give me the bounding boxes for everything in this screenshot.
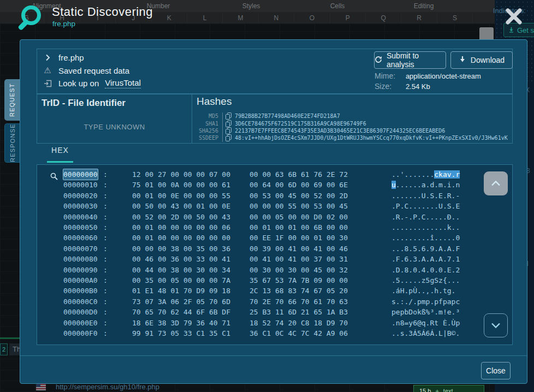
excel-ribbon-group-label: Cells [330, 2, 345, 10]
trid-panel: TrID - File Identifier TYPE UNKNOWN [37, 94, 192, 143]
hex-ascii: .n8=y6@q.Rt È.Ùp [391, 318, 460, 328]
copy-icon[interactable] [226, 134, 232, 141]
hex-row[interactable]: 00000080: 00 46 00 36 00 33 00 41 00 41 … [37, 254, 512, 264]
hex-row[interactable]: 000000B0: 01 E1 48 01 70 D9 09 18 2C 13 … [37, 286, 512, 296]
virustotal-link[interactable]: VirusTotal [105, 78, 141, 88]
hex-ascii: .............k.. [391, 222, 460, 233]
hex-row[interactable]: 00000020: 00 01 00 0E 00 00 00 55 00 53 … [37, 191, 512, 201]
excel-column-letter: O [294, 12, 330, 23]
hex-bytes-group2: 00 64 00 6D 00 69 00 6E [250, 180, 348, 190]
hex-ascii: ...8.5.6.9.A.A.F [391, 243, 460, 254]
hex-row[interactable]: 000000A0: 00 35 00 05 00 00 00 7A 35 67 … [37, 275, 512, 286]
hex-bytes-group1: 00 46 00 36 00 33 00 41 [132, 254, 231, 264]
hex-bytes-group1: 00 50 00 43 00 01 00 0E [132, 201, 231, 211]
static-discovering-dialog: fre.php ⚠ Saved request data Look up on … [20, 39, 527, 384]
hex-ascii: pepbDokß%³.m!e.³ [391, 307, 460, 317]
hex-offset: 000000D0: [63, 307, 111, 317]
hash-row: SSDEEP 48:vI++hhAbjDsOZE4cSXm7JJD0/UXg1D… [192, 134, 512, 141]
hex-row[interactable]: 00000050: 00 01 00 00 00 00 00 06 00 01 … [37, 222, 512, 233]
tab-response[interactable]: RESPONSE [4, 123, 20, 163]
hex-bytes-group1: 00 00 00 38 00 35 00 36 [132, 243, 231, 254]
hex-viewer-panel: 00000000: 12 00 27 00 00 00 07 00 00 00 … [37, 164, 513, 345]
hash-value: 3D6CE784675F672519C175B316A9CA98E96749F6 [235, 121, 366, 127]
hex-row[interactable]: 00000070: 00 00 00 38 00 35 00 36 00 39 … [37, 243, 512, 254]
hex-row[interactable]: 00000030: 00 50 00 43 00 01 00 0E 00 00 … [37, 201, 512, 211]
hex-row[interactable]: 000000E0: 18 6E 38 3D 79 36 40 71 18 52 … [37, 318, 512, 328]
plus-icon: + [435, 388, 438, 392]
hash-algorithm-label: SSDEEP [192, 135, 218, 141]
copy-icon[interactable] [226, 112, 232, 120]
hash-row: MD5 79B2B8B27B77498AD460E2E74FD218A7 [192, 112, 512, 120]
saved-request-row: ⚠ Saved request data [43, 66, 129, 75]
close-button[interactable]: Close [481, 362, 511, 379]
size-value: 2.54 Kb [406, 82, 430, 91]
hash-algorithm-label: SHA1 [192, 121, 218, 127]
hex-ascii: .......U.S.E.R.- [391, 191, 460, 201]
hex-bytes-group1: 00 01 00 00 00 00 00 06 [132, 222, 231, 233]
ascii-selection: u [391, 181, 396, 189]
hex-offset: 00000080: [63, 254, 111, 264]
hex-row[interactable]: 00000000: 12 00 27 00 00 00 07 00 00 00 … [37, 169, 512, 180]
hex-offset: 00000030: [63, 201, 111, 211]
hex-bytes-group1: 00 52 00 2D 00 50 00 43 [132, 212, 231, 222]
hex-row[interactable]: 00000010: 75 01 00 0A 00 00 00 61 00 64 … [37, 180, 512, 190]
hex-row[interactable]: 00000060: 00 01 00 00 00 00 00 00 00 EE … [37, 233, 512, 243]
hex-bytes-group1: 00 01 00 0E 00 00 00 55 [132, 191, 231, 201]
hex-bytes-group1: 12 00 27 00 00 00 07 00 [132, 169, 231, 180]
hex-bytes-group2: 2C 13 68 83 74 67 05 20 [250, 286, 348, 296]
download-icon [459, 56, 466, 65]
hash-divider [222, 134, 223, 141]
hex-ascii: .........î.....0 [391, 233, 460, 243]
tab-request[interactable]: REQUEST [4, 79, 20, 121]
hex-row[interactable]: 000000D0: 70 65 70 62 44 6F 6B DF 25 B3 … [37, 307, 512, 317]
hex-bytes-group2: 18 52 74 20 C8 18 D9 70 [250, 318, 348, 328]
download-icon [508, 26, 514, 34]
excel-ribbon-group-label: Styles [242, 2, 260, 10]
hash-value: 48:vI++hhAbjDsOZE4cSXm7JJD0/UXg1DtWRUJ3h… [235, 135, 508, 141]
hex-offset: 000000F0: [63, 328, 111, 338]
close-icon[interactable] [503, 6, 524, 27]
hex-ascii: .R.-.P.C.....Ð.. [391, 212, 460, 222]
copy-icon[interactable] [226, 120, 232, 127]
file-name-row[interactable]: fre.php [43, 53, 84, 62]
file-info-panel: fre.php ⚠ Saved request data Look up on … [37, 49, 513, 94]
hex-ascii: ..'.......ckav.r [391, 169, 460, 180]
http-content-type: text [443, 388, 453, 392]
download-button[interactable]: Download [450, 51, 513, 69]
hex-row[interactable]: 00000040: 00 52 00 2D 00 50 00 43 00 00 … [37, 212, 512, 222]
copy-icon[interactable] [226, 127, 232, 134]
hash-algorithm-label: SHA256 [192, 128, 218, 134]
excel-column-letter: M [223, 12, 258, 23]
hex-bytes-group1: 99 91 73 05 33 C1 35 C1 [132, 328, 231, 338]
excel-ribbon-group-label: Editing [414, 2, 434, 10]
hashes-title: Hashes [197, 96, 232, 108]
tab-hex[interactable]: HEX [47, 146, 73, 155]
hex-bytes-group1: 18 6E 38 3D 79 36 40 71 [132, 318, 231, 328]
hash-value: 79B2B8B27B77498AD460E2E74FD218A7 [235, 113, 340, 119]
excel-column-letter: P [330, 12, 366, 23]
hex-bytes-group2: 00 39 00 41 00 41 00 46 [250, 243, 348, 254]
hex-offset: 00000090: [63, 265, 111, 275]
hex-ascii: .áH.pÙ..,.h.tg. [391, 286, 460, 296]
virustotal-row: Look up on VirusTotal [43, 78, 141, 88]
hex-row[interactable]: 000000F0: 99 91 73 05 33 C1 35 C1 36 C1 … [37, 328, 512, 338]
hex-row[interactable]: 00000090: 00 44 00 38 00 30 00 34 00 30 … [37, 265, 512, 275]
http-request-badge: 15 b + text [413, 385, 484, 392]
hex-bytes-group2: 00 00 63 6B 61 76 2E 72 [250, 169, 348, 180]
hex-bytes-group1: 00 35 00 05 00 00 00 7A [132, 275, 231, 286]
excel-column-letter: Q [366, 12, 401, 23]
scroll-down-button[interactable] [484, 313, 508, 337]
trid-status: TYPE UNKNOWN [37, 123, 192, 131]
hex-bytes-group2: 00 53 00 45 00 52 00 2D [250, 191, 348, 201]
hex-row[interactable]: 000000C0: 73 07 3A 06 2F 05 70 6D 70 2E … [37, 296, 512, 307]
submit-to-analysis-button[interactable]: Submit to analysis [374, 51, 446, 69]
hex-offset: 00000070: [63, 243, 111, 254]
hex-dump: 00000000: 12 00 27 00 00 00 07 00 00 00 … [37, 169, 512, 339]
hex-ascii: .D.8.0.4.0.0.E.2 [391, 265, 460, 275]
scroll-up-button[interactable] [484, 171, 508, 195]
hex-bytes-group1: 00 44 00 38 00 30 00 34 [132, 265, 231, 275]
lookup-label: Look up on [58, 79, 99, 88]
hex-bytes-group2: 36 C1 0C 4C 7C 42 A9 06 [250, 328, 348, 338]
identification-panel: TrID - File Identifier TYPE UNKNOWN Hash… [37, 94, 513, 144]
hex-offset: 000000E0: [63, 318, 111, 328]
